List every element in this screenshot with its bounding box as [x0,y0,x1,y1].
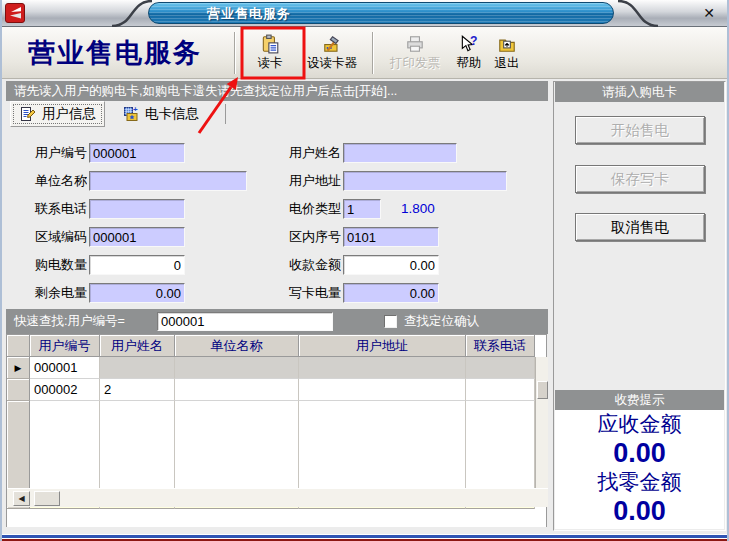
field-label-user-id: 用户编号 [24,143,87,163]
grid-column-header[interactable]: 联系电话 [466,335,535,357]
toolbar-button-read-card[interactable]: 读卡 [242,29,298,77]
amount-received-input[interactable] [343,255,439,275]
card-info-icon: + [122,105,140,123]
toolbar-separator [372,32,374,74]
grid-row[interactable]: 000002 2 [7,379,535,401]
field-label-write-card-energy: 写卡电量 [278,283,341,303]
read-card-icon [260,34,280,54]
grid-cell: 000001 [30,357,100,379]
window-bottom-border [2,534,729,541]
change-amount-value: 0.00 [613,496,666,526]
field-label-price-type: 电价类型 [278,199,341,219]
remaining-energy-input[interactable] [89,283,185,303]
user-address-input[interactable] [343,171,507,191]
svg-text:+: + [133,105,138,114]
fee-area: 应收金额 0.00 找零金额 0.00 [555,410,724,529]
toolbar-button-exit[interactable]: 退出 [488,29,526,77]
grid-column-header[interactable]: 用户地址 [299,335,466,357]
org-name-input[interactable] [89,171,247,191]
grid-empty-area [7,401,535,488]
toolbar-label: 打印发票 [390,55,440,72]
toolbar-button-print-invoice: 打印发票 [380,29,450,77]
grid-cell [466,379,535,401]
insert-card-header: 请插入购电卡 [555,82,724,102]
grid-cell [299,357,466,379]
exit-icon [497,34,517,54]
locate-confirm-checkbox[interactable] [384,315,397,328]
field-label-user-address: 用户地址 [278,171,341,191]
tab-bar: 用户信息 + 电卡信息 [6,101,548,127]
field-label-area-code: 区域编码 [24,227,87,247]
tab-separator [225,104,226,124]
toolbar-label: 读卡 [258,55,283,72]
grid-header-row: 用户编号 用户姓名 单位名称 用户地址 联系电话 [7,335,535,357]
grid-cell [175,379,299,401]
field-label-amount-received: 收款金额 [278,255,341,275]
card-reader-setup-icon [322,34,342,54]
change-amount-label: 找零金额 [598,468,682,496]
amount-due-label: 应收金额 [598,410,682,438]
grid-cell: 000002 [30,379,100,401]
user-form-icon [19,105,37,123]
price-rate-value: 1.800 [401,199,435,219]
price-type-input[interactable] [343,199,381,219]
toolbar-button-setup-reader[interactable]: 设读卡器 [298,29,366,77]
instruction-bar: 请先读入用户的购电卡,如购电卡遗失请先查找定位用户后点击[开始]... [6,81,548,101]
grid-cell [299,379,466,401]
user-grid: 用户编号 用户姓名 单位名称 用户地址 联系电话 ▶ 000001 000002… [6,334,547,527]
save-write-card-button: 保存写卡 [575,165,705,193]
help-icon: ? [459,34,479,54]
print-invoice-icon [405,34,425,54]
phone-input[interactable] [89,199,185,219]
toolbar-label: 退出 [495,55,520,72]
toolbar-label: 设读卡器 [307,55,357,72]
scroll-left-arrow-icon[interactable]: ◀ [13,491,30,506]
grid-vertical-scrollbar[interactable] [535,357,548,488]
titlebar-curves [2,0,729,27]
area-seq-input[interactable] [343,227,439,247]
area-code-input[interactable] [89,227,185,247]
app-title: 营业售电服务 [28,35,228,71]
tab-user-info[interactable]: 用户信息 [10,101,105,127]
fee-tip-header: 收费提示 [555,390,724,410]
grid-cell: 2 [100,379,175,401]
user-id-input[interactable] [89,143,185,163]
field-label-phone: 联系电话 [24,199,87,219]
quickfind-label: 快速查找:用户编号= [14,314,125,328]
tab-card-info[interactable]: + 电卡信息 [114,101,207,127]
cancel-sale-button[interactable]: 取消售电 [575,213,705,241]
grid-indicator-cell [7,379,30,401]
grid-row-selected[interactable]: ▶ 000001 [7,357,535,379]
toolbar-separator [234,32,236,74]
purchase-qty-input[interactable] [89,255,185,275]
app-logo-icon [5,3,25,23]
grid-horizontal-scrollbar[interactable]: ◀ [7,488,548,507]
app-window: 营业售电服务 ✕ 营业售电服务 读卡 [0,0,729,541]
toolbar-label: 帮助 [457,55,482,72]
grid-cell [175,357,299,379]
grid-indicator-header [7,335,30,357]
horizontal-scroll-thumb[interactable] [34,491,60,506]
toolbar-button-help[interactable]: ? 帮助 [450,29,488,77]
tab-label: 用户信息 [42,105,96,123]
write-card-energy-input[interactable] [343,283,439,303]
locate-confirm-label: 查找定位确认 [404,309,479,334]
grid-column-header[interactable]: 单位名称 [175,335,299,357]
grid-cell [466,357,535,379]
side-panel: 请插入购电卡 开始售电 保存写卡 取消售电 收费提示 应收金额 0.00 找零金… [553,81,726,531]
field-label-area-seq: 区内序号 [278,227,341,247]
tab-label: 电卡信息 [145,105,199,123]
grid-column-header[interactable]: 用户姓名 [100,335,175,357]
toolbar: 营业售电服务 读卡 设读卡器 [2,27,729,79]
field-label-purchase-qty: 购电数量 [24,255,87,275]
grid-cell [100,357,175,379]
vertical-scroll-thumb[interactable] [537,381,548,399]
svg-text:?: ? [470,34,477,48]
quickfind-input[interactable] [157,312,333,331]
field-label-remaining-energy: 剩余电量 [24,283,87,303]
close-button[interactable]: ✕ [698,4,720,22]
grid-column-header[interactable]: 用户编号 [30,335,100,357]
start-sale-button: 开始售电 [575,116,705,144]
titlebar[interactable]: 营业售电服务 ✕ [2,0,729,27]
user-name-input[interactable] [343,143,457,163]
